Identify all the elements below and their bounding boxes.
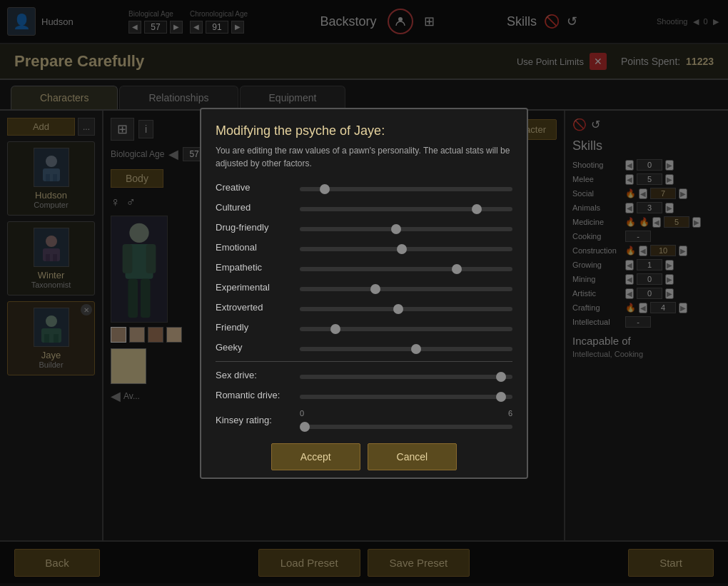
trait-slider-container (300, 181, 512, 194)
romantic-drive-slider[interactable] (300, 395, 512, 399)
kinsey-max: 6 (508, 409, 512, 418)
modal-buttons: Accept Cancel (216, 443, 512, 470)
trait-row-cultured: Cultured (216, 201, 512, 214)
drive-row-romantic: Romantic drive: (216, 389, 512, 402)
drive-label: Romantic drive: (216, 390, 294, 400)
drug-friendly-slider[interactable] (300, 227, 512, 231)
sex-drive-container (300, 369, 512, 382)
trait-label: Creative (216, 182, 294, 193)
trait-slider-container (300, 241, 512, 254)
trait-slider-container (300, 261, 512, 274)
kinsey-min: 0 (300, 409, 304, 418)
trait-slider-container (300, 281, 512, 294)
trait-row-emotional: Emotional (216, 241, 512, 254)
trait-row-extroverted: Extroverted (216, 301, 512, 314)
trait-row-geeky: Geeky (216, 341, 512, 354)
trait-label: Friendly (216, 322, 294, 333)
trait-row-drug-friendly: Drug-friendly (216, 221, 512, 234)
trait-slider-container (300, 201, 512, 214)
trait-slider-container (300, 301, 512, 314)
sex-drive-slider[interactable] (300, 375, 512, 379)
trait-label: Empathetic (216, 262, 294, 273)
trait-label: Cultured (216, 202, 294, 213)
modal-overlay: Modifying the psyche of Jaye: You are ed… (0, 0, 728, 586)
trait-label: Drug-friendly (216, 222, 294, 233)
geeky-slider[interactable] (300, 347, 512, 351)
trait-slider-container (300, 341, 512, 354)
creative-slider[interactable] (300, 187, 512, 191)
experimental-slider[interactable] (300, 287, 512, 291)
cultured-slider[interactable] (300, 207, 512, 211)
trait-row-friendly: Friendly (216, 321, 512, 334)
emotional-slider[interactable] (300, 247, 512, 251)
trait-slider-container (300, 321, 512, 334)
trait-label: Experimental (216, 282, 294, 293)
kinsey-label: Kinsey rating: (216, 415, 294, 425)
friendly-slider[interactable] (300, 327, 512, 331)
trait-row-empathetic: Empathetic (216, 261, 512, 274)
kinsey-range: 0 6 (300, 409, 512, 418)
accept-button[interactable]: Accept (271, 443, 360, 470)
modal-title: Modifying the psyche of Jaye: (216, 123, 512, 138)
trait-row-creative: Creative (216, 181, 512, 194)
trait-label: Geeky (216, 342, 294, 353)
extroverted-slider[interactable] (300, 307, 512, 311)
trait-slider-container (300, 221, 512, 234)
trait-label: Emotional (216, 242, 294, 253)
kinsey-row: Kinsey rating: 0 6 (216, 409, 512, 432)
kinsey-slider[interactable] (300, 425, 512, 429)
romantic-drive-container (300, 389, 512, 402)
drive-row-sex: Sex drive: (216, 369, 512, 382)
psyche-modal: Modifying the psyche of Jaye: You are ed… (200, 108, 528, 479)
cancel-button[interactable]: Cancel (368, 443, 457, 470)
trait-row-experimental: Experimental (216, 281, 512, 294)
empathetic-slider[interactable] (300, 267, 512, 271)
modal-description: You are editing the raw values of a pawn… (216, 144, 512, 170)
kinsey-container: 0 6 (300, 409, 512, 432)
drive-label: Sex drive: (216, 370, 294, 380)
modal-divider (216, 361, 512, 362)
trait-label: Extroverted (216, 302, 294, 313)
